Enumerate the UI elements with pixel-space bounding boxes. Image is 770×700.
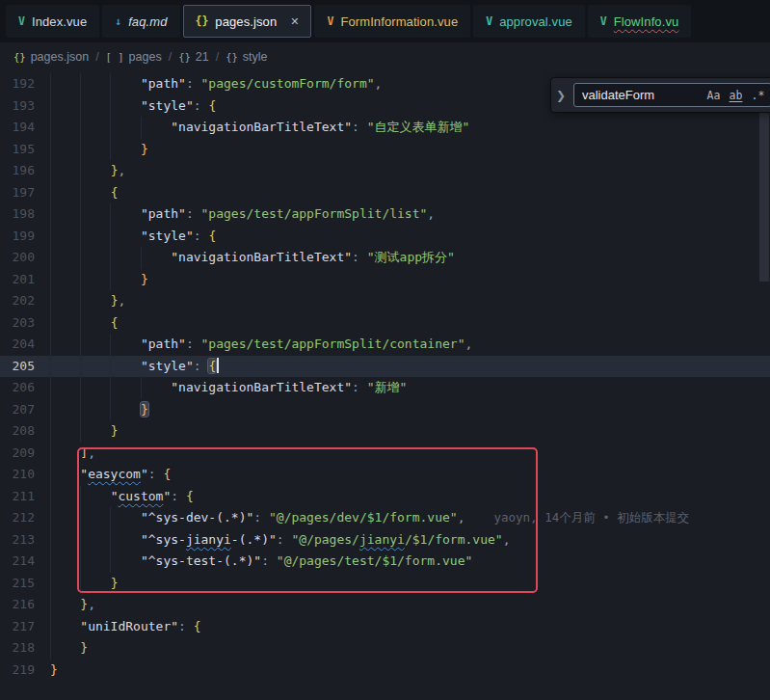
toggle-replace-chevron-icon[interactable]: ❯ bbox=[556, 89, 568, 102]
code-text: "^sys-jianyi-(.*)": "@/pages/jianyi/$1/f… bbox=[50, 529, 770, 552]
code-line[interactable]: 213 "^sys-jianyi-(.*)": "@/pages/jianyi/… bbox=[0, 529, 770, 552]
code-text: "navigationBarTitleText": "测试app拆分" bbox=[50, 247, 770, 269]
code-line[interactable]: 205 "style": { bbox=[0, 356, 770, 378]
breadcrumb-item-pages-json[interactable]: {}pages.json bbox=[13, 50, 89, 64]
line-number[interactable]: 198 bbox=[0, 203, 50, 226]
line-number[interactable]: 208 bbox=[0, 420, 50, 443]
code-line[interactable]: 197 { bbox=[0, 182, 770, 204]
code-token: : bbox=[253, 510, 269, 525]
match-case-toggle[interactable]: Aa bbox=[704, 85, 724, 105]
editor[interactable]: 192 "path": "pages/customForm/form",193 … bbox=[0, 71, 770, 700]
line-number[interactable]: 193 bbox=[0, 95, 50, 118]
code-line[interactable]: 196 }, bbox=[0, 160, 770, 182]
code-line[interactable]: 215 } bbox=[0, 573, 770, 595]
code-token: "navigationBarTitleText" bbox=[171, 250, 352, 264]
line-number[interactable]: 216 bbox=[0, 594, 50, 616]
line-number[interactable]: 213 bbox=[0, 529, 50, 552]
line-number[interactable]: 192 bbox=[0, 73, 50, 95]
breadcrumb-label: style bbox=[243, 50, 268, 64]
code-line[interactable]: 200 "navigationBarTitleText": "测试app拆分" bbox=[0, 247, 770, 269]
code-token: "navigationBarTitleText" bbox=[171, 120, 352, 134]
code-line[interactable]: 218 } bbox=[0, 637, 770, 660]
code-token: , bbox=[458, 510, 465, 525]
breadcrumb-item-style[interactable]: {}style bbox=[226, 50, 267, 64]
line-number[interactable]: 195 bbox=[0, 139, 50, 161]
code-text: "navigationBarTitleText": "自定义表单新增" bbox=[50, 117, 770, 139]
code-line[interactable]: 194 "navigationBarTitleText": "自定义表单新增" bbox=[0, 117, 770, 139]
code-token bbox=[50, 98, 141, 113]
find-input[interactable]: validateForm Aaab.* bbox=[573, 83, 770, 107]
line-number[interactable]: 199 bbox=[0, 226, 50, 248]
tab-forminformation-vue[interactable]: VFormInformation.vue bbox=[314, 5, 470, 38]
line-number[interactable]: 206 bbox=[0, 377, 50, 399]
tab-pages-json[interactable]: {}pages.json✕ bbox=[183, 5, 312, 38]
line-number[interactable]: 215 bbox=[0, 573, 50, 595]
line-number[interactable]: 197 bbox=[0, 182, 50, 204]
breadcrumb-item-pages[interactable]: [ ]pages bbox=[106, 50, 162, 64]
code-line[interactable]: 203 { bbox=[0, 312, 770, 335]
indent-guide bbox=[50, 637, 51, 660]
line-number[interactable]: 202 bbox=[0, 290, 50, 312]
line-number[interactable]: 203 bbox=[0, 312, 50, 335]
code-text: "path": "pages/test/appFormSplit/list", bbox=[50, 203, 770, 226]
line-number[interactable]: 209 bbox=[0, 443, 50, 465]
indent-guide bbox=[80, 160, 81, 182]
line-number[interactable]: 196 bbox=[0, 160, 50, 182]
code-token: "新增" bbox=[367, 380, 408, 394]
line-number[interactable]: 207 bbox=[0, 399, 50, 421]
code-line[interactable]: 216 }, bbox=[0, 594, 770, 616]
line-number[interactable]: 201 bbox=[0, 269, 50, 291]
close-tab-icon[interactable]: ✕ bbox=[290, 15, 299, 28]
code-token: : bbox=[186, 76, 201, 91]
line-number[interactable]: 200 bbox=[0, 247, 50, 269]
code-text: "navigationBarTitleText": "新增" bbox=[50, 377, 770, 399]
regex-toggle[interactable]: .* bbox=[748, 85, 768, 105]
code-line[interactable]: 212 "^sys-dev-(.*)": "@/pages/dev/$1/for… bbox=[0, 507, 770, 529]
code-token: jianyi bbox=[186, 532, 231, 547]
code-line[interactable]: 198 "path": "pages/test/appFormSplit/lis… bbox=[0, 203, 770, 226]
breadcrumb-item-21[interactable]: {}21 bbox=[178, 50, 209, 64]
code-line[interactable]: 217 "uniIdRouter": { bbox=[0, 616, 770, 638]
indent-guide bbox=[110, 139, 111, 161]
line-number[interactable]: 194 bbox=[0, 117, 50, 139]
line-number[interactable]: 204 bbox=[0, 334, 50, 356]
line-number[interactable]: 210 bbox=[0, 464, 50, 486]
code-token: "^sys-test-(.*)" bbox=[141, 553, 261, 568]
code-line[interactable]: 214 "^sys-test-(.*)": "@/pages/test/$1/f… bbox=[0, 551, 770, 573]
tab-approval-vue[interactable]: Vapproval.vue bbox=[473, 5, 585, 38]
line-number[interactable]: 211 bbox=[0, 486, 50, 508]
code-text: "^sys-test-(.*)": "@/pages/test/$1/form.… bbox=[50, 551, 770, 573]
code-line[interactable]: 207 } bbox=[0, 399, 770, 421]
code-line[interactable]: 201 } bbox=[0, 269, 770, 291]
code-text: "style": { bbox=[50, 226, 770, 248]
code-line[interactable]: 209 ], bbox=[0, 443, 770, 465]
code-token: : bbox=[194, 359, 209, 373]
line-number[interactable]: 217 bbox=[0, 616, 50, 638]
code-token: "path" bbox=[141, 206, 186, 221]
line-number[interactable]: 212 bbox=[0, 507, 50, 529]
code-token: "path" bbox=[141, 337, 186, 351]
line-number[interactable]: 205 bbox=[0, 356, 50, 378]
line-number[interactable]: 214 bbox=[0, 551, 50, 573]
code-line[interactable]: 202 }, bbox=[0, 290, 770, 312]
whole-word-toggle[interactable]: ab bbox=[726, 85, 746, 105]
code-line[interactable]: 195 } bbox=[0, 139, 770, 161]
code-token: , bbox=[503, 532, 511, 547]
tab-label: FlowInfo.vu bbox=[614, 14, 679, 29]
line-number[interactable]: 218 bbox=[0, 637, 50, 660]
tab-flowinfo-vu[interactable]: VFlowInfo.vu bbox=[588, 5, 692, 38]
code-line[interactable]: 206 "navigationBarTitleText": "新增" bbox=[0, 377, 770, 399]
tab-faq-md[interactable]: ↓faq.md bbox=[102, 5, 179, 38]
code-line[interactable]: 219} bbox=[0, 660, 770, 682]
tab-index-vue[interactable]: VIndex.vue bbox=[6, 5, 99, 38]
scrollbar[interactable] bbox=[758, 71, 770, 700]
code-line[interactable]: 199 "style": { bbox=[0, 226, 770, 248]
code-line[interactable]: 208 } bbox=[0, 420, 770, 443]
indent-guide bbox=[110, 399, 111, 421]
code-line[interactable]: 210 "easycom": { bbox=[0, 464, 770, 486]
tab-label: FormInformation.vue bbox=[340, 14, 458, 29]
code-line[interactable]: 211 "custom": { bbox=[0, 486, 770, 508]
code-line[interactable]: 204 "path": "pages/test/appFormSplit/con… bbox=[0, 334, 770, 356]
indent-guide bbox=[80, 573, 81, 595]
line-number[interactable]: 219 bbox=[0, 660, 50, 682]
